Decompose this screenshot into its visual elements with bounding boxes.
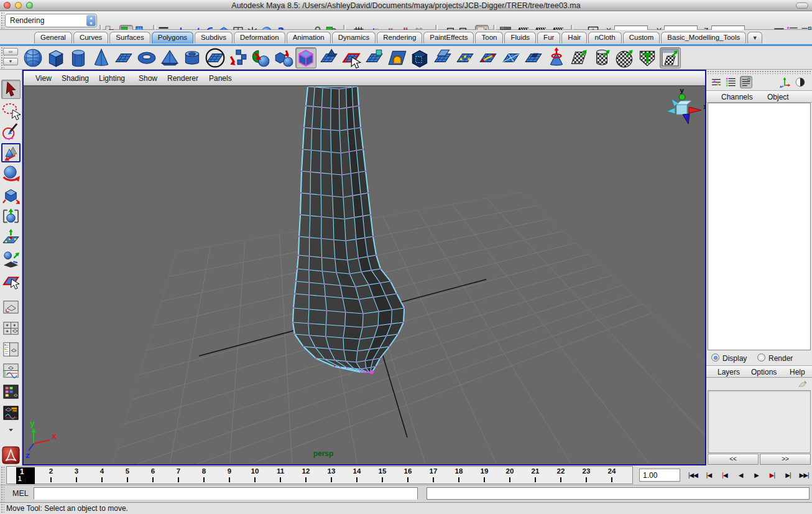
go-to-end-button[interactable]: ▶▶|	[796, 469, 812, 482]
mel-input[interactable]	[34, 487, 418, 500]
lasso-select-tool[interactable]	[1, 101, 21, 120]
tab-ncloth[interactable]: nCloth	[588, 32, 621, 44]
tab-fluids[interactable]: Fluids	[504, 32, 536, 44]
help-line-handle[interactable]	[0, 503, 4, 514]
play-forwards-button[interactable]: ▶	[749, 469, 764, 482]
frame-tick[interactable]	[76, 477, 77, 482]
tab-basic_modelling_tools[interactable]: Basic_Modelling_Tools	[661, 32, 746, 44]
frame-tick[interactable]	[560, 477, 561, 482]
frame-number[interactable]: 24	[608, 467, 616, 475]
viewport-menu-shading[interactable]: Shading	[62, 74, 89, 83]
shelf-tab-dropdown-icon[interactable]: ▼	[747, 32, 762, 44]
channel-speed-icon[interactable]	[725, 76, 737, 88]
frame-number[interactable]: 5	[126, 467, 129, 475]
poly-sphere-icon[interactable]	[22, 47, 44, 68]
frame-number[interactable]: 8	[202, 467, 206, 475]
frame-tick[interactable]	[356, 477, 358, 482]
contrast-icon[interactable]	[794, 76, 806, 88]
tab-animation[interactable]: Animation	[287, 32, 331, 44]
layers-panel[interactable]	[708, 390, 811, 453]
toolbar-toggle-button[interactable]	[796, 2, 808, 9]
poly-pyramid-icon[interactable]	[159, 47, 180, 68]
frame-tick[interactable]	[586, 477, 587, 482]
tab-custom[interactable]: Custom	[623, 32, 660, 44]
frame-number[interactable]: 10	[251, 467, 259, 475]
create-layer-icon[interactable]	[797, 379, 808, 389]
tab-curves[interactable]: Curves	[73, 32, 108, 44]
layout-dropdown[interactable]	[1, 424, 21, 436]
split-polygon-icon[interactable]	[478, 47, 499, 68]
smooth-proxy-icon[interactable]	[205, 47, 226, 68]
combine-icon[interactable]	[273, 47, 294, 68]
duplicate-face-icon[interactable]	[227, 47, 248, 68]
scale-tool[interactable]	[1, 185, 21, 205]
select-tool[interactable]	[1, 80, 21, 99]
frame-number[interactable]: 23	[583, 467, 591, 475]
append-facet-icon[interactable]	[454, 47, 476, 68]
frame-number[interactable]: 15	[379, 467, 387, 475]
playback-rate-field[interactable]	[639, 469, 680, 482]
move-tool[interactable]	[1, 143, 21, 162]
show-manipulator-tool[interactable]	[1, 249, 21, 268]
merge-meshes-icon[interactable]	[432, 47, 453, 68]
bevel-icon[interactable]	[318, 47, 339, 68]
frame-number[interactable]: 20	[506, 467, 514, 475]
frame-tick[interactable]	[178, 477, 179, 482]
layout-single-persp[interactable]	[1, 297, 21, 317]
insert-edge-loop-icon[interactable]	[523, 47, 544, 68]
viewport-menu-lighting[interactable]: Lighting	[99, 74, 125, 83]
frame-tick[interactable]	[331, 477, 332, 482]
frame-number[interactable]: 11	[277, 467, 284, 475]
shelf-menu-button[interactable]: ▼	[3, 58, 18, 65]
menu-layers[interactable]: Layers	[717, 368, 740, 376]
cut-faces-icon[interactable]	[501, 47, 522, 68]
frame-tick[interactable]	[229, 477, 230, 482]
tab-dynamics[interactable]: Dynamics	[332, 32, 376, 44]
tab-hair[interactable]: Hair	[561, 32, 587, 44]
channel-box[interactable]	[708, 103, 811, 350]
frame-tick[interactable]	[280, 477, 281, 482]
frame-tick[interactable]	[50, 477, 52, 482]
smooth-icon[interactable]	[546, 47, 567, 68]
last-tool-used[interactable]	[1, 270, 21, 289]
tab-deformation[interactable]: Deformation	[234, 32, 285, 44]
frame-tick[interactable]	[101, 477, 103, 482]
step-back-frame-button[interactable]: |◀	[717, 469, 732, 482]
frame-tick[interactable]	[127, 477, 128, 482]
tab-rendering[interactable]: Rendering	[377, 32, 422, 44]
booleans-icon[interactable]	[409, 47, 430, 68]
automatic-mapping-icon[interactable]	[637, 47, 658, 68]
maya-logo[interactable]	[1, 446, 21, 465]
channel-manipulator-icon[interactable]	[710, 76, 722, 88]
spherical-mapping-icon[interactable]	[614, 47, 635, 68]
menu-object[interactable]: Object	[767, 93, 789, 101]
frame-number[interactable]: 18	[455, 467, 463, 475]
subdiv-proxy-icon[interactable]	[295, 47, 316, 68]
frame-tick[interactable]	[458, 477, 459, 482]
layout-four-view[interactable]	[1, 319, 21, 338]
extrude-face-icon[interactable]	[364, 47, 385, 68]
select-faces-icon[interactable]	[341, 47, 362, 68]
tab-polygons[interactable]: Polygons	[152, 32, 193, 44]
frame-tick[interactable]	[254, 477, 256, 482]
layout-persp-trax[interactable]	[1, 403, 21, 423]
frame-number[interactable]: 9	[228, 467, 231, 475]
render-radio-label[interactable]: Render	[768, 354, 793, 363]
poly-pipe-icon[interactable]	[182, 47, 203, 68]
poly-torus-icon[interactable]	[136, 47, 157, 68]
frame-tick[interactable]	[611, 477, 612, 482]
layout-outliner-persp[interactable]	[1, 340, 21, 359]
frame-number[interactable]: 14	[353, 467, 361, 475]
frame-number[interactable]: 4	[100, 467, 104, 475]
frame-number[interactable]: 13	[328, 467, 336, 475]
pager-prev-button[interactable]: <<	[708, 454, 759, 465]
play-backwards-button[interactable]: ◀	[733, 469, 749, 482]
frame-number[interactable]: 22	[557, 467, 565, 475]
frame-tick[interactable]	[25, 477, 26, 482]
frame-number[interactable]: 12	[302, 467, 310, 475]
layout-persp-graph[interactable]	[1, 361, 21, 380]
tab-painteffects[interactable]: PaintEffects	[423, 32, 474, 44]
frame-number[interactable]: 16	[404, 467, 412, 475]
viewport-scene[interactable]: yxyxz	[24, 86, 705, 464]
tab-subdivs[interactable]: Subdivs	[195, 32, 233, 44]
